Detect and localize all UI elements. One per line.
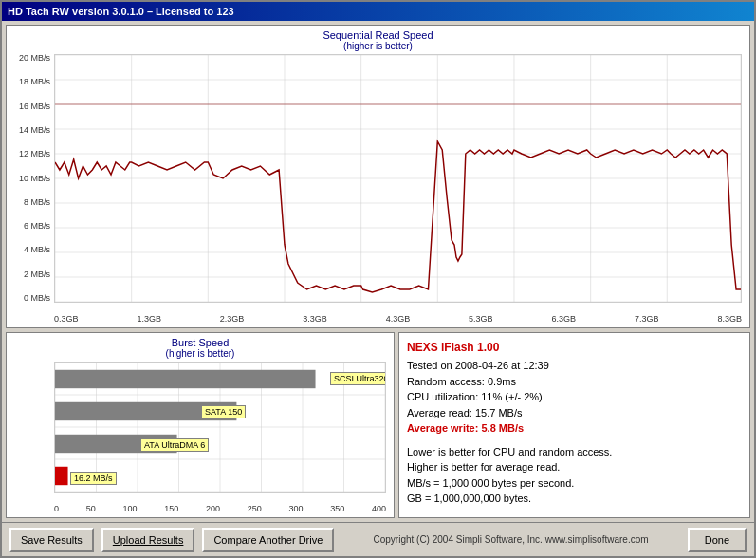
burst-chart: Burst Speed (higher is better) [6,332,395,518]
save-results-button[interactable]: Save Results [9,528,94,552]
x-label-7: 7.3GB [635,314,659,324]
y-label-10: 10 MB/s [19,175,50,183]
compare-another-drive-button[interactable]: Compare Another Drive [202,528,334,552]
svg-rect-37 [55,402,236,420]
info-spacer [407,437,742,444]
y-label-16: 16 MB/s [19,102,50,111]
info-note3: MB/s = 1,000,000 bytes per second. [407,475,742,492]
main-window: HD Tach RW version 3.0.1.0 – Licensed to… [0,0,756,558]
x-label-4: 4.3GB [386,314,411,324]
bx-350: 350 [330,504,344,513]
x-label-8: 8.3GB [717,314,742,324]
info-note2: Higher is better for average read. [407,459,742,475]
seq-read-svg [55,55,741,302]
y-label-6: 6 MB/s [24,222,50,231]
info-avg-write: Average write: 5.8 MB/s [407,420,742,437]
y-label-20: 20 MB/s [19,54,50,63]
bx-50: 50 [86,504,96,513]
y-label-14: 14 MB/s [19,126,50,135]
bx-400: 400 [372,504,386,513]
bx-0: 0 [54,504,59,513]
bx-150: 150 [164,504,178,513]
x-label-0: 0.3GB [54,314,79,324]
seq-chart-title: Sequential Read Speed [7,29,749,41]
info-random: Random access: 0.9ms [407,374,742,390]
x-label-3: 3.3GB [303,314,327,324]
y-label-18: 18 MB/s [19,78,50,86]
title-bar: HD Tach RW version 3.0.1.0 – Licensed to… [2,2,754,21]
copyright-text: Copyright (C) 2004 Simpli Software, Inc.… [341,534,679,545]
chart-drawing-area [54,54,742,303]
svg-rect-39 [55,467,68,485]
info-note1: Lower is better for CPU and random acces… [407,444,742,460]
window-title: HD Tach RW version 3.0.1.0 – Licensed to… [8,6,234,17]
bx-250: 250 [248,504,262,513]
x-label-2: 2.3GB [220,314,245,324]
y-label-4: 4 MB/s [24,246,50,254]
sequential-read-chart: Sequential Read Speed (higher is better)… [6,25,750,328]
x-label-5: 5.3GB [469,314,493,324]
bx-100: 100 [122,504,137,513]
y-label-8: 8 MB/s [24,198,50,207]
burst-drawing-area: SCSI Ultra320 SATA 150 ATA UltraDMA 6 16… [54,362,386,493]
burst-chart-title: Burst Speed [7,337,394,348]
y-label-12: 12 MB/s [19,150,50,158]
bx-300: 300 [288,504,303,513]
svg-rect-36 [55,370,316,388]
device-title: NEXS iFlash 1.00 [407,341,742,354]
svg-rect-38 [55,435,177,453]
seq-chart-subtitle: (higher is better) [7,41,749,51]
info-panel: NEXS iFlash 1.00 Tested on 2008-04-26 at… [398,332,750,518]
content-area: Sequential Read Speed (higher is better)… [2,21,754,522]
x-axis: 0.3GB 1.3GB 2.3GB 3.3GB 4.3GB 5.3GB 6.3G… [54,314,742,324]
bottom-area: Burst Speed (higher is better) [6,332,750,518]
y-axis: 0 MB/s 2 MB/s 4 MB/s 6 MB/s 8 MB/s 10 MB… [7,54,54,303]
burst-grid-svg [55,363,385,492]
x-label-6: 6.3GB [552,314,577,324]
footer: Save Results Upload Results Compare Anot… [2,522,754,556]
burst-y-axis [7,362,54,493]
bx-200: 200 [206,504,220,513]
x-label-1: 1.3GB [137,314,161,324]
info-note4: GB = 1,000,000,000 bytes. [407,491,742,507]
done-button[interactable]: Done [688,528,747,552]
info-cpu: CPU utilization: 11% (+/- 2%) [407,389,742,405]
y-label-0: 0 MB/s [24,294,50,303]
y-label-2: 2 MB/s [24,270,50,279]
burst-chart-subtitle: (higher is better) [7,348,394,359]
upload-results-button[interactable]: Upload Results [101,528,195,552]
info-tested: Tested on 2008-04-26 at 12:39 [407,358,742,374]
info-avg-read: Average read: 15.7 MB/s [407,405,742,421]
burst-x-axis: 0 50 100 150 200 250 300 350 400 [54,504,386,513]
